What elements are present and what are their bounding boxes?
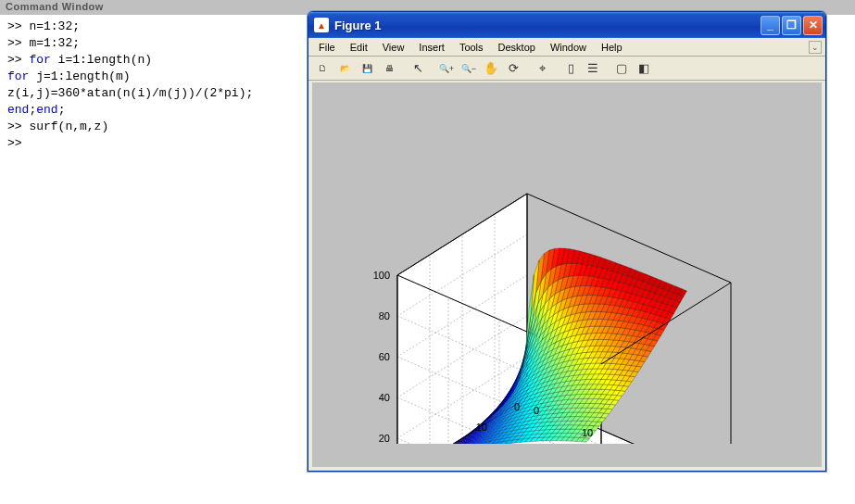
figure-titlebar[interactable]: ▲ Figure 1 _ ❐ ✕ (308, 12, 825, 38)
menu-edit[interactable]: Edit (344, 40, 374, 55)
axis-tick-label: 40 (379, 392, 390, 403)
menu-file[interactable]: File (312, 40, 342, 55)
hide-plot-tools-icon[interactable]: ▢ (611, 58, 632, 79)
menubar-expand-icon[interactable]: ⌄ (809, 41, 822, 54)
menu-help[interactable]: Help (595, 40, 629, 55)
close-button[interactable]: ✕ (803, 16, 823, 35)
pan-icon[interactable]: ✋ (481, 58, 501, 79)
axis-tick-label: 100 (373, 270, 390, 281)
show-plot-tools-icon[interactable]: ◧ (634, 58, 654, 79)
axis-tick-label: 20 (444, 442, 455, 444)
menu-tools[interactable]: Tools (453, 40, 490, 55)
axis-tick-label: 10 (476, 422, 487, 433)
zoom-out-icon[interactable]: 🔍− (459, 58, 479, 79)
axis-tick-label: 10 (582, 427, 593, 438)
open-icon[interactable]: 📂 (334, 58, 355, 79)
figure-toolbar: 🗋📂💾🖶↖🔍+🔍−✋⟳⌖▯☰▢◧ (308, 57, 825, 81)
colorbar-icon[interactable]: ▯ (560, 58, 581, 79)
plot-area: 020406080100010203040010203040 (312, 82, 822, 467)
zoom-in-icon[interactable]: 🔍+ (436, 58, 457, 79)
matlab-figure-icon: ▲ (314, 18, 329, 32)
save-icon[interactable]: 💾 (357, 58, 377, 79)
menu-view[interactable]: View (376, 40, 411, 55)
data-cursor-icon[interactable]: ⌖ (532, 58, 552, 79)
axis-tick-label: 60 (379, 351, 390, 362)
axis-tick-label: 0 (514, 401, 520, 412)
rotate-3d-icon[interactable]: ⟳ (503, 58, 523, 79)
window-controls: _ ❐ ✕ (761, 16, 823, 35)
axis-tick-label: 0 (534, 405, 539, 416)
menu-desktop[interactable]: Desktop (492, 40, 542, 55)
new-figure-icon[interactable]: 🗋 (312, 58, 333, 79)
figure-window[interactable]: ▲ Figure 1 _ ❐ ✕ FileEditViewInsertTools… (308, 11, 826, 472)
legend-icon[interactable]: ☰ (583, 58, 603, 79)
menu-insert[interactable]: Insert (412, 40, 451, 55)
figure-menubar: FileEditViewInsertToolsDesktopWindowHelp… (308, 38, 825, 57)
maximize-button[interactable]: ❐ (782, 16, 801, 35)
print-icon[interactable]: 🖶 (379, 58, 399, 79)
axis-tick-label: 20 (379, 433, 390, 444)
axes-3d[interactable]: 020406080100010203040010203040 (370, 92, 786, 444)
figure-title: Figure 1 (334, 19, 755, 32)
axis-tick-label: 80 (379, 310, 390, 321)
menu-window[interactable]: Window (544, 40, 593, 55)
minimize-button[interactable]: _ (761, 16, 780, 35)
pointer-icon[interactable]: ↖ (408, 58, 428, 79)
